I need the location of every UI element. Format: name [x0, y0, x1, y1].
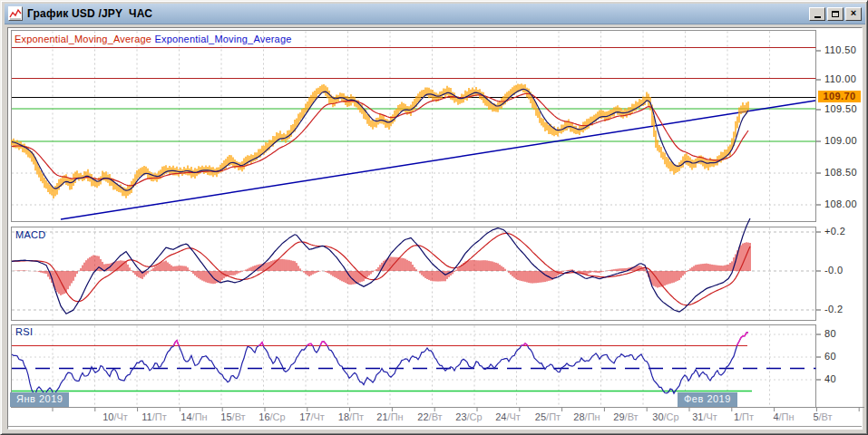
- close-icon: ×: [851, 8, 856, 18]
- maximize-icon: [832, 11, 839, 17]
- maximize-button[interactable]: [827, 7, 844, 21]
- window-title: График USD /JPY ЧАС: [27, 7, 152, 20]
- rsi-panel[interactable]: [11, 324, 816, 408]
- chart-window: График USD /JPY ЧАС × Exponential_Moving…: [0, 0, 868, 435]
- labels-overlay: Exponential_Moving_Average Exponential_M…: [1, 1, 868, 435]
- minimize-icon: [814, 16, 821, 18]
- titlebar[interactable]: График USD /JPY ЧАС ×: [5, 4, 865, 24]
- macd-panel[interactable]: [11, 227, 816, 321]
- price-chart-panel[interactable]: [11, 30, 816, 222]
- close-button[interactable]: ×: [845, 7, 862, 21]
- minimize-button[interactable]: [809, 7, 825, 21]
- chart-icon: [8, 6, 23, 21]
